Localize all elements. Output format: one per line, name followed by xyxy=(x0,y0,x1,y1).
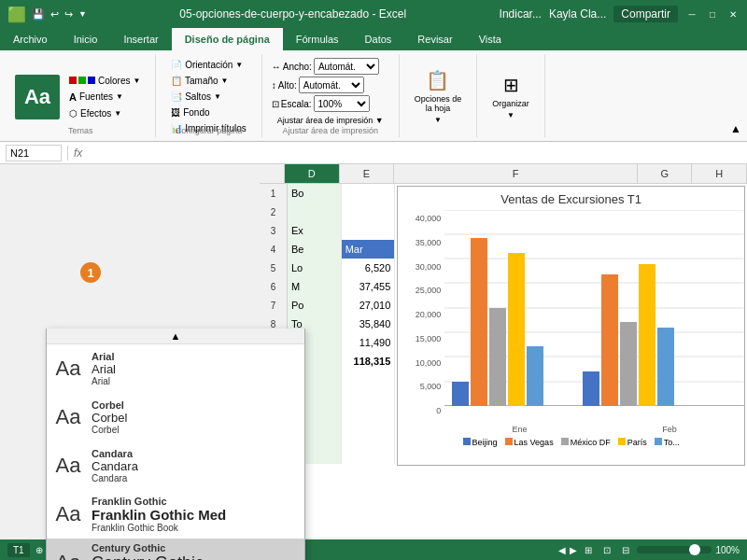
cell-e9[interactable]: 11,490 xyxy=(342,333,396,352)
tab-inicio[interactable]: Inicio xyxy=(61,28,111,50)
tab-formulas[interactable]: Fórmulas xyxy=(283,28,352,50)
font-item-century[interactable]: Aa Century Gothic Century Gothic Century… xyxy=(47,539,304,560)
page-break-view-btn[interactable]: ⊟ xyxy=(618,543,633,557)
indicator-btn[interactable]: Indicar... xyxy=(500,7,542,21)
spreadsheet-area: D E F G H 1 2 3 4 5 6 7 8 9 10 11 12 13 xyxy=(260,164,747,538)
minimize-btn[interactable]: ─ xyxy=(685,7,698,21)
ancho-select[interactable]: Automát. xyxy=(314,58,379,75)
grid-area: 1 2 3 4 5 6 7 8 9 10 11 12 13 14 15 Bo E… xyxy=(260,184,747,468)
temas-label: Temas xyxy=(6,126,155,135)
user-name-btn[interactable]: Kayla Cla... xyxy=(549,7,606,21)
cell-e2[interactable] xyxy=(342,203,396,221)
ribbon-group-ajustar: ↔ Ancho: Automát. ↕ Alto: Automát. ⊡ Esc… xyxy=(262,54,400,137)
redo-icon[interactable]: ↪ xyxy=(64,8,73,21)
zoom-label: 100% xyxy=(715,545,740,555)
cell-d7[interactable]: Po xyxy=(288,296,342,315)
tab-diseno-pagina[interactable]: Diseño de página xyxy=(172,28,283,50)
bar-lasvegas-ene xyxy=(471,238,487,406)
tamano-button[interactable]: 📋 Tamaño ▼ xyxy=(165,74,233,88)
opciones-hoja-button[interactable]: 📋 Opciones dela hoja ▼ xyxy=(409,67,468,126)
main-area: ▲ Aa Arial Arial Arial Aa Corbel Corbel … xyxy=(0,164,747,538)
cell-e3[interactable] xyxy=(342,221,396,240)
cell-e7[interactable]: 27,010 xyxy=(342,296,396,315)
efectos-button[interactable]: ⬡ Efectos ▼ xyxy=(63,106,146,120)
close-btn[interactable]: ✕ xyxy=(726,7,740,21)
cell-e15[interactable] xyxy=(342,445,396,464)
cell-e12[interactable] xyxy=(342,389,396,408)
cell-d1[interactable]: Bo xyxy=(288,184,342,203)
maximize-btn[interactable]: □ xyxy=(706,7,719,21)
bar-paris-ene xyxy=(508,253,525,406)
cell-d4[interactable]: Be xyxy=(288,240,342,259)
cell-d3[interactable]: Ex xyxy=(288,221,342,240)
font-item-arial[interactable]: Aa Arial Arial Arial xyxy=(47,344,304,393)
tab-revisar[interactable]: Revisar xyxy=(404,28,465,50)
bar-beijing-feb xyxy=(583,371,599,406)
font-aa-candara: Aa xyxy=(54,454,82,478)
ribbon-group-temas: Aa Colores ▼ A Fuentes ▼ xyxy=(6,54,156,137)
col-header-d[interactable]: D xyxy=(285,164,340,183)
cell-e6[interactable]: 37,455 xyxy=(342,277,396,296)
fuentes-button[interactable]: A Fuentes ▼ xyxy=(63,90,146,105)
fondo-button[interactable]: 🖼 Fondo xyxy=(165,105,215,119)
x-axis-labels: Ene Feb xyxy=(444,421,744,434)
chart-legend: Beijing Las Vegas México DF París To... xyxy=(398,434,744,451)
ajustar-area-btn[interactable]: Ajustar área de impresión ▼ xyxy=(272,114,389,127)
add-sheet-btn[interactable]: ⊕ xyxy=(35,545,43,555)
undo-icon[interactable]: ↩ xyxy=(50,8,59,21)
col-header-h[interactable]: H xyxy=(692,164,747,183)
y-axis: 40,000 35,000 30,000 25,000 20,000 15,00… xyxy=(398,210,444,434)
col-header-e[interactable]: E xyxy=(340,164,395,183)
page-layout-view-btn[interactable]: ⊡ xyxy=(599,543,614,557)
cell-d2[interactable] xyxy=(288,203,342,221)
escala-select[interactable]: 100% xyxy=(314,95,370,112)
panel-scroll-up[interactable]: ▲ xyxy=(47,329,304,344)
ribbon-group-organizar: ⊞ Organizar ▼ xyxy=(477,54,545,137)
excel-icon: 🟩 xyxy=(7,6,26,23)
font-item-corbel[interactable]: Aa Corbel Corbel Corbel xyxy=(47,393,304,441)
col-header-f[interactable]: F xyxy=(394,164,638,183)
customize-qat-icon[interactable]: ▼ xyxy=(78,9,87,19)
orientacion-button[interactable]: 📄 Orientación ▼ xyxy=(165,58,248,72)
cell-e5[interactable]: 6,520 xyxy=(342,259,396,277)
cell-reference-input[interactable] xyxy=(6,145,62,161)
tab-archivo[interactable]: Archivo xyxy=(0,28,61,50)
window-title: 05-opciones-de-cuerpo-y-encabezado - Exc… xyxy=(179,7,406,21)
cell-d6[interactable]: M xyxy=(288,277,342,296)
sheet-tab[interactable]: T1 xyxy=(7,543,30,557)
scroll-right-btn[interactable]: ▶ xyxy=(570,545,577,555)
cell-d5[interactable]: Lo xyxy=(288,259,342,277)
ribbon-collapse-btn[interactable]: ▲ xyxy=(730,122,741,135)
col-header-g[interactable]: G xyxy=(638,164,693,183)
cell-e10[interactable]: 118,315 xyxy=(342,352,396,371)
alto-select[interactable]: Automát. xyxy=(299,77,364,93)
share-btn[interactable]: Compartir xyxy=(613,6,678,22)
tab-datos[interactable]: Datos xyxy=(352,28,405,50)
cell-e4[interactable]: Mar xyxy=(342,240,396,259)
tab-vista[interactable]: Vista xyxy=(466,28,514,50)
cell-e13[interactable] xyxy=(342,408,396,427)
organizar-button[interactable]: ⊞ Organizar ▼ xyxy=(486,72,535,121)
title-bar-left: 🟩 💾 ↩ ↪ ▼ xyxy=(7,6,87,23)
cell-e8[interactable]: 35,840 xyxy=(342,315,396,333)
status-right: ◀ ▶ ⊞ ⊡ ⊟ 100% xyxy=(558,543,740,557)
font-item-franklin[interactable]: Aa Franklin Gothic Franklin Gothic Med F… xyxy=(47,490,304,539)
cell-e11[interactable] xyxy=(342,371,396,389)
status-left: T1 ⊕ xyxy=(7,543,43,557)
zoom-bar[interactable] xyxy=(637,546,712,553)
legend-mexico: México DF xyxy=(561,438,611,447)
formula-input[interactable] xyxy=(88,147,741,159)
cell-e1[interactable] xyxy=(342,184,396,203)
font-item-candara[interactable]: Aa Candara Candara Candara xyxy=(47,441,304,490)
bar-beijing-ene xyxy=(452,382,469,406)
chart-container: Ventas de Excursiones T1 40,000 35,000 3… xyxy=(397,186,745,466)
cell-e14[interactable] xyxy=(342,427,396,445)
scroll-left-btn[interactable]: ◀ xyxy=(558,545,566,555)
fx-label: fx xyxy=(74,147,82,160)
tab-insertar[interactable]: Insertar xyxy=(110,28,171,50)
normal-view-btn[interactable]: ⊞ xyxy=(581,543,596,557)
saltos-button[interactable]: 📑 Saltos ▼ xyxy=(165,90,227,104)
save-icon[interactable]: 💾 xyxy=(32,8,45,21)
colores-button[interactable]: Colores ▼ xyxy=(63,74,146,88)
temas-button[interactable]: Aa xyxy=(15,75,60,119)
